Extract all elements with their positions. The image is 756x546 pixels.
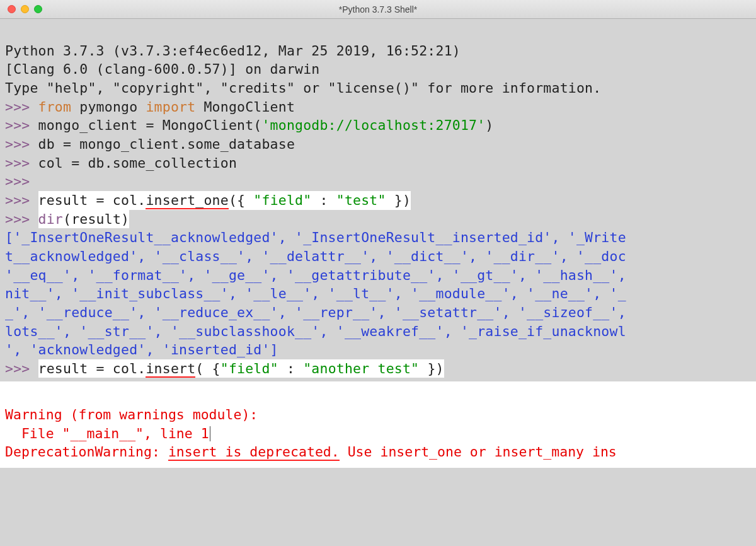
deprecation-warning: Warning (from warnings module): File "__… [0, 381, 756, 468]
prompt: >>> [5, 155, 38, 171]
warning-line-2: File "__main__", line 1 [5, 426, 209, 441]
text: pymongo [71, 99, 146, 115]
dir-output-line: ['_InsertOneResult__acknowledged', '_Ins… [5, 229, 626, 245]
text: ({ [229, 192, 253, 208]
text: ( { [195, 361, 220, 376]
text: mongo_client = MongoClient( [38, 117, 262, 133]
string: "another test" [303, 361, 419, 376]
text: result = col. [38, 192, 146, 208]
text: }) [419, 361, 444, 376]
prompt: >>> [5, 136, 38, 152]
highlighted-insert-one-line: result = col.insert_one({ "field" : "tes… [38, 191, 411, 210]
text: col = db.some_collection [38, 155, 237, 171]
prompt: >>> [5, 117, 38, 133]
prompt: >>> [5, 192, 38, 208]
prompt: >>> [5, 211, 38, 227]
banner-line-3: Type "help", "copyright", "credits" or "… [5, 80, 601, 96]
text: : [278, 361, 303, 376]
underlined-deprecated: insert is deprecated. [168, 444, 340, 461]
string: "test" [336, 192, 386, 208]
warning-line-1: Warning (from warnings module): [5, 407, 258, 422]
banner-line-1: Python 3.7.3 (v3.7.3:ef4ec6ed12, Mar 25 … [5, 43, 469, 59]
string: "field" [253, 192, 311, 208]
builtin-dir: dir [38, 211, 63, 227]
prompt: >>> [5, 173, 38, 189]
banner-line-2: [Clang 6.0 (clang-600.0.57)] on darwin [5, 61, 319, 77]
text: ) [485, 117, 493, 133]
dir-output-line: ', 'acknowledged', 'inserted_id'] [5, 342, 278, 357]
window-title: *Python 3.7.3 Shell* [0, 4, 756, 15]
underlined-insert-one: insert_one [146, 192, 228, 209]
dir-output-line: lots__', '__str__', '__subclasshook__', … [5, 323, 626, 339]
highlighted-insert-line: result = col.insert( {"field" : "another… [38, 359, 444, 378]
dir-output-line: _', '__reduce__', '__reduce_ex__', '__re… [5, 305, 626, 320]
text: MongoClient [195, 99, 295, 115]
dir-output-line: nit__', '__init_subclass__', '__le__', '… [5, 286, 626, 301]
underlined-insert: insert [146, 361, 195, 378]
warning-line-3c: Use insert_one or insert_many ins [340, 444, 617, 460]
text-cursor [210, 426, 210, 441]
kw-from: from [38, 99, 72, 115]
string: 'mongodb://localhost:27017' [261, 117, 485, 133]
shell-output[interactable]: Python 3.7.3 (v3.7.3:ef4ec6ed12, Mar 25 … [0, 19, 756, 378]
dir-output-line: '__eq__', '__format__', '__ge__', '__get… [5, 267, 626, 283]
dir-output-line: t__acknowledged', '__class__', '__delatt… [5, 248, 626, 264]
prompt: >>> [5, 361, 38, 376]
highlighted-dir-line: dir(result) [38, 210, 130, 229]
prompt: >>> [5, 99, 38, 115]
text: db = mongo_client.some_database [38, 136, 295, 152]
string: "field" [220, 361, 278, 376]
text: (result) [63, 211, 129, 227]
text: result = col. [38, 361, 146, 376]
window-title-bar: *Python 3.7.3 Shell* [0, 0, 756, 19]
text: : [311, 192, 336, 208]
kw-import: import [146, 99, 195, 115]
text: }) [386, 192, 411, 208]
warning-line-3a: DeprecationWarning: [5, 444, 168, 460]
